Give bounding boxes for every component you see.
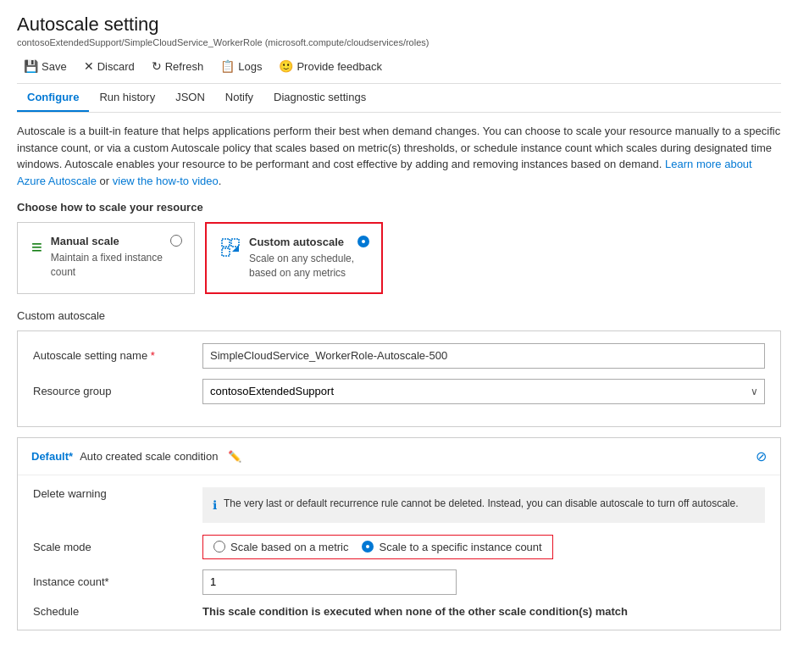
manual-scale-title: Manual scale <box>51 235 180 247</box>
manual-scale-radio[interactable] <box>170 235 182 247</box>
condition-body: Delete warning ℹ The very last or defaul… <box>18 475 780 630</box>
custom-autoscale-card[interactable]: Custom autoscale Scale on any schedule, … <box>205 222 383 294</box>
save-button[interactable]: 💾 Save <box>17 56 74 76</box>
delete-warning-row: Delete warning ℹ The very last or defaul… <box>33 487 765 523</box>
manual-scale-desc: Maintain a fixed instance count <box>51 251 180 280</box>
discard-icon: ✕ <box>84 59 94 73</box>
setting-name-input[interactable] <box>202 343 765 369</box>
manual-scale-icon: ≡ <box>31 236 42 258</box>
custom-scale-radio[interactable] <box>357 236 369 247</box>
feedback-icon: 🙂 <box>279 59 293 73</box>
scale-metric-option[interactable]: Scale based on a metric <box>213 541 348 553</box>
scale-options: ≡ Manual scale Maintain a fixed instance… <box>17 222 781 294</box>
svg-rect-0 <box>222 239 230 247</box>
feedback-button[interactable]: 🙂 Provide feedback <box>272 56 388 76</box>
collapse-condition-icon[interactable]: ⊘ <box>756 448 767 464</box>
svg-rect-1 <box>231 239 239 247</box>
scale-instance-option[interactable]: Scale to a specific instance count <box>362 541 541 553</box>
logs-icon: 📋 <box>220 59 235 73</box>
page-title: Autoscale setting <box>17 14 781 36</box>
save-icon: 💾 <box>24 59 38 73</box>
custom-autoscale-label: Custom autoscale <box>17 309 781 322</box>
discard-button[interactable]: ✕ Discard <box>77 56 141 76</box>
custom-autoscale-desc: Scale on any schedule, based on any metr… <box>249 252 368 280</box>
tab-run-history[interactable]: Run history <box>89 84 165 112</box>
schedule-text: This scale condition is executed when no… <box>202 605 628 618</box>
scale-mode-label: Scale mode <box>33 541 202 553</box>
scale-section-title: Choose how to scale your resource <box>17 201 781 214</box>
refresh-icon: ↻ <box>152 59 162 73</box>
tab-diagnostic[interactable]: Diagnostic settings <box>263 84 376 112</box>
condition-default-label: Default* <box>31 450 73 463</box>
custom-scale-icon <box>220 237 241 263</box>
resource-group-select[interactable]: contosoExtendedSupport <box>202 379 765 404</box>
instance-count-row: Instance count* <box>33 569 765 595</box>
delete-warning-box: ℹ The very last or default recurrence ru… <box>202 487 765 523</box>
scale-metric-radio[interactable] <box>213 541 225 553</box>
breadcrumb: contosoExtendedSupport/SimpleCloudServic… <box>17 37 781 47</box>
resource-group-select-wrap: contosoExtendedSupport ∨ <box>202 379 765 404</box>
autoscale-description: Autoscale is a built-in feature that hel… <box>17 123 781 189</box>
setting-name-row: Autoscale setting name * <box>33 343 765 369</box>
autoscale-settings-box: Autoscale setting name * Resource group … <box>17 330 781 427</box>
delete-warning-text: The very last or default recurrence rule… <box>224 496 738 511</box>
condition-sub-label: Auto created scale condition <box>80 450 218 463</box>
tab-notify[interactable]: Notify <box>215 84 263 112</box>
setting-name-label: Autoscale setting name * <box>33 349 202 362</box>
scale-instance-radio[interactable] <box>362 541 374 553</box>
scale-mode-options: Scale based on a metric Scale to a speci… <box>202 535 553 559</box>
tab-json[interactable]: JSON <box>165 84 215 112</box>
info-icon: ℹ <box>213 497 217 514</box>
refresh-button[interactable]: ↻ Refresh <box>145 56 211 76</box>
manual-scale-card[interactable]: ≡ Manual scale Maintain a fixed instance… <box>17 222 195 294</box>
delete-warning-label: Delete warning <box>33 487 202 500</box>
instance-count-label: Instance count* <box>33 575 202 588</box>
custom-autoscale-title: Custom autoscale <box>249 236 368 248</box>
condition-box: Default* Auto created scale condition ✏️… <box>17 437 781 630</box>
edit-condition-icon[interactable]: ✏️ <box>228 450 241 463</box>
svg-rect-2 <box>222 248 230 256</box>
tabs-bar: Configure Run history JSON Notify Diagno… <box>17 84 781 113</box>
schedule-label: Schedule <box>33 605 202 618</box>
resource-group-label: Resource group <box>33 385 202 397</box>
toolbar: 💾 Save ✕ Discard ↻ Refresh 📋 Logs 🙂 Prov… <box>17 56 781 84</box>
tab-configure[interactable]: Configure <box>17 84 89 112</box>
scale-mode-row: Scale mode Scale based on a metric Scale… <box>33 535 765 559</box>
how-to-video-link[interactable]: view the how-to video <box>113 175 219 187</box>
logs-button[interactable]: 📋 Logs <box>213 56 269 76</box>
instance-count-input[interactable] <box>202 569 457 595</box>
condition-header: Default* Auto created scale condition ✏️… <box>18 438 780 475</box>
resource-group-row: Resource group contosoExtendedSupport ∨ <box>33 379 765 404</box>
schedule-row: Schedule This scale condition is execute… <box>33 605 765 618</box>
